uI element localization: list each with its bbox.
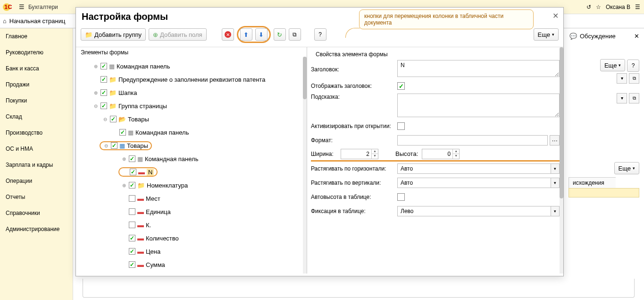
show-title-checkbox[interactable]: [397, 82, 405, 90]
tree-sum[interactable]: ▬Сумма: [81, 258, 306, 271]
nav-main[interactable]: Главное: [0, 28, 73, 44]
tree-nomenclature[interactable]: ⊕📁Номенклатура: [81, 179, 306, 192]
tree-unit[interactable]: ▬Единица: [81, 205, 306, 218]
tree-cmd-panel[interactable]: ⊕▦Командная панель: [81, 60, 306, 73]
move-arrows-highlight: ⬆ ⬇: [237, 26, 271, 43]
checkbox[interactable]: [100, 103, 107, 109]
nav-catalogs[interactable]: Справочники: [0, 205, 73, 221]
app-tab-title: Бухгалтери: [28, 4, 58, 10]
chat-icon: 💬: [569, 33, 577, 40]
tree-page-group[interactable]: ⊖📁Группа страницы: [81, 99, 306, 112]
add-group-button[interactable]: 📁Добавить группу: [81, 28, 146, 41]
nav-operations[interactable]: Операции: [0, 173, 73, 189]
tree-qty[interactable]: ▬Количество: [81, 231, 306, 245]
move-up-button[interactable]: ⬆: [240, 28, 252, 41]
format-ellipsis-button[interactable]: …: [550, 135, 560, 146]
field-icon: ▬: [137, 221, 144, 229]
tree-cmd-panel-3[interactable]: ⊕▦Командная панель: [81, 152, 306, 165]
checkbox[interactable]: [110, 116, 117, 122]
nav-assets[interactable]: ОС и НМА: [0, 141, 73, 157]
move-down-button[interactable]: ⬇: [255, 28, 268, 41]
stretch-h-dropdown[interactable]: ▾: [551, 163, 560, 174]
left-nav: Главное Руководителю Банк и касса Продаж…: [0, 28, 73, 300]
delete-button[interactable]: ✕: [222, 28, 234, 41]
fixation-label: Фиксация в таблице:: [311, 208, 393, 214]
history-icon[interactable]: ↺: [586, 4, 591, 10]
tree-goods-2[interactable]: ⊖▦Товары: [81, 139, 306, 152]
checkbox[interactable]: [129, 195, 135, 202]
more-button[interactable]: Еще ▾: [534, 28, 559, 41]
props-scroll-thumb[interactable]: [560, 47, 563, 198]
nav-bank[interactable]: Банк и касса: [0, 60, 73, 77]
nav-sales[interactable]: Продажи: [0, 77, 73, 93]
bg-dropdown-1[interactable]: ▾: [617, 73, 627, 84]
nav-reports[interactable]: Отчеты: [0, 189, 73, 205]
checkbox[interactable]: [129, 261, 135, 268]
height-down[interactable]: ▼: [452, 154, 459, 159]
height-up[interactable]: ▲: [452, 149, 459, 154]
tree-places[interactable]: ▬Мест: [81, 192, 306, 205]
activate-checkbox[interactable]: [397, 122, 405, 130]
home-icon[interactable]: ⌂: [3, 17, 7, 25]
help-button-bg[interactable]: ?: [627, 60, 639, 72]
checkbox[interactable]: [129, 182, 135, 189]
stretch-v-dropdown[interactable]: ▾: [551, 178, 560, 188]
checkbox[interactable]: [130, 169, 136, 175]
modal-close-icon[interactable]: ✕: [552, 11, 559, 20]
nav-purchases[interactable]: Покупки: [0, 93, 73, 109]
tree-cmd-panel-2[interactable]: ▦Командная панель: [81, 126, 306, 139]
checkbox[interactable]: [129, 208, 135, 215]
fixation-dropdown[interactable]: ▾: [551, 206, 560, 216]
tree-scroll-thumb[interactable]: [303, 57, 307, 99]
checkbox[interactable]: [129, 235, 135, 241]
options-icon[interactable]: ☰: [635, 4, 640, 10]
cmd-panel-icon: ▦: [128, 129, 134, 136]
bg-dropdown-2[interactable]: ▾: [617, 93, 627, 103]
stretch-v-select[interactable]: [397, 178, 551, 188]
restore-button[interactable]: ↻: [274, 28, 286, 41]
menu-icon[interactable]: ☰: [19, 3, 25, 10]
close-icon[interactable]: ✕: [634, 33, 639, 40]
bg-popout-1[interactable]: ⧉: [629, 73, 639, 84]
fixation-select[interactable]: [397, 206, 551, 216]
callout-tooltip: кнопки для перемещения колонки в табличн…: [359, 9, 534, 29]
hint-input[interactable]: [397, 94, 560, 117]
stretch-h-label: Растягивать по горизонтали:: [311, 165, 393, 172]
copy-button[interactable]: ⧉: [289, 28, 301, 41]
bg-popout-2[interactable]: ⧉: [629, 93, 639, 103]
nav-manager[interactable]: Руководителю: [0, 44, 73, 60]
nav-salary[interactable]: Зарплата и кадры: [0, 157, 73, 173]
tree-header[interactable]: ⊕📁Шапка: [81, 86, 306, 99]
elements-tree: ⊕▦Командная панель 📁Предупреждение о зап…: [76, 58, 307, 273]
user-name: Оксана В: [606, 4, 630, 10]
field-icon: ▬: [137, 208, 144, 215]
nav-warehouse[interactable]: Склад: [0, 109, 73, 125]
more-button-2[interactable]: Еще ▾: [600, 59, 625, 71]
checkbox[interactable]: [119, 129, 126, 136]
tree-price[interactable]: ▬Цена: [81, 245, 306, 258]
title-input[interactable]: N: [397, 60, 560, 77]
stretch-h-select[interactable]: [397, 163, 551, 174]
format-input[interactable]: [397, 135, 548, 146]
checkbox[interactable]: [100, 76, 107, 83]
checkbox[interactable]: [129, 222, 135, 228]
favorite-icon[interactable]: ☆: [596, 4, 601, 10]
tree-goods-1[interactable]: ⊖📂Товары: [81, 112, 306, 126]
nav-production[interactable]: Производство: [0, 125, 73, 141]
add-fields-button[interactable]: ⊕Добавить поля: [149, 28, 207, 41]
checkbox[interactable]: [100, 63, 107, 69]
width-up[interactable]: ▲: [371, 149, 378, 154]
checkbox[interactable]: [129, 248, 135, 255]
autoheight-checkbox[interactable]: [397, 193, 405, 201]
checkbox[interactable]: [129, 155, 135, 162]
more-button-3[interactable]: Еще ▾: [614, 162, 639, 174]
tree-n-selected[interactable]: ▬N: [81, 165, 306, 179]
checkbox[interactable]: [100, 89, 107, 96]
width-down[interactable]: ▼: [371, 154, 378, 159]
tree-warning[interactable]: 📁Предупреждение о заполнении реквизитов …: [81, 73, 306, 86]
help-button[interactable]: ?: [314, 28, 326, 41]
bg-column-header: исхождения: [569, 177, 616, 189]
nav-admin[interactable]: Администрирование: [0, 221, 73, 237]
tree-k[interactable]: ▬К.: [81, 218, 306, 231]
checkbox[interactable]: [111, 142, 117, 149]
